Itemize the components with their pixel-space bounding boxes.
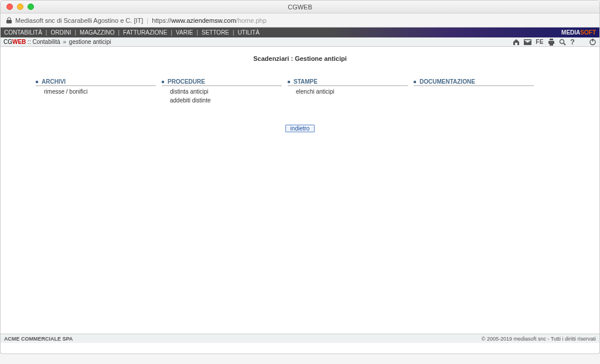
menu-separator: | bbox=[117, 29, 121, 36]
search-icon[interactable] bbox=[559, 39, 566, 46]
column-heading: STAMPE bbox=[288, 78, 408, 86]
content-area: Scadenziari : Gestione anticipi ARCHIVIr… bbox=[1, 47, 599, 334]
column-heading: ARCHIVI bbox=[36, 78, 156, 86]
list-item[interactable]: distinta anticipi bbox=[170, 88, 282, 97]
bullet-icon bbox=[162, 81, 164, 83]
app-menubar: CONTABILITÀ|ORDINI|MAGAZZINO|FATTURAZION… bbox=[1, 28, 599, 37]
browser-window: CGWEB Mediasoft snc di Scarabelli Agosti… bbox=[0, 0, 600, 354]
footer-company: ACME COMMERCIALE SPA bbox=[4, 336, 73, 342]
window-titlebar: CGWEB bbox=[1, 1, 599, 13]
column-items: distinta anticipiaddebiti distinte bbox=[162, 88, 282, 105]
menu-item-settore[interactable]: SETTORE bbox=[202, 29, 229, 36]
mail-icon[interactable] bbox=[524, 39, 531, 45]
column-heading: PROCEDURE bbox=[162, 78, 282, 86]
column-heading-label: STAMPE bbox=[294, 78, 318, 85]
menu-separator: | bbox=[45, 29, 49, 36]
column-heading-label: DOCUMENTAZIONE bbox=[420, 78, 475, 85]
breadcrumb-bar: CGWEB :: Contabilità » gestione anticipi… bbox=[1, 37, 599, 47]
list-item[interactable]: rimesse / bonifici bbox=[44, 88, 156, 97]
menu-item-ordini[interactable]: ORDINI bbox=[50, 29, 71, 36]
menu-separator: | bbox=[73, 29, 77, 36]
column-heading: DOCUMENTAZIONE bbox=[414, 78, 534, 86]
column-archivi: ARCHIVIrimesse / bonifici bbox=[36, 78, 156, 105]
help-icon[interactable]: ? bbox=[570, 37, 575, 46]
menu-item-varie[interactable]: VARIE bbox=[176, 29, 193, 36]
column-documentazione: DOCUMENTAZIONE bbox=[414, 78, 534, 105]
breadcrumb-current: gestione anticipi bbox=[69, 39, 111, 45]
breadcrumb-parent[interactable]: Contabilità bbox=[32, 39, 60, 45]
power-icon[interactable] bbox=[589, 38, 596, 46]
list-item[interactable]: addebiti distinte bbox=[170, 97, 282, 105]
toolbar-icons: FE ? bbox=[513, 37, 596, 46]
column-procedure: PROCEDUREdistinta anticipiaddebiti disti… bbox=[162, 78, 282, 105]
column-stampe: STAMPEelenchi anticipi bbox=[288, 78, 408, 105]
menu-separator: | bbox=[169, 29, 173, 36]
site-identity: Mediasoft snc di Scarabelli Agostino e C… bbox=[15, 17, 143, 24]
footer-copyright: © 2005-2019 mediasoft snc - Tutti i diri… bbox=[482, 336, 596, 342]
menu-item-fatturazione[interactable]: FATTURAZIONE bbox=[123, 29, 167, 36]
menu-item-utilità[interactable]: UTILITÀ bbox=[238, 29, 260, 36]
url: https://www.aziendemsw.com/home.php bbox=[152, 17, 267, 24]
breadcrumb: CGWEB :: Contabilità » gestione anticipi bbox=[4, 39, 111, 45]
bullet-icon bbox=[288, 81, 290, 83]
column-heading-label: ARCHIVI bbox=[42, 78, 66, 85]
section-columns: ARCHIVIrimesse / bonificiPROCEDUREdistin… bbox=[1, 78, 599, 105]
brand-logo: MEDIASOFT bbox=[561, 29, 596, 36]
main-menu: CONTABILITÀ|ORDINI|MAGAZZINO|FATTURAZION… bbox=[4, 29, 260, 36]
footer-bar: ACME COMMERCIALE SPA © 2005-2019 mediaso… bbox=[1, 334, 599, 343]
fe-icon[interactable]: FE bbox=[536, 39, 544, 45]
window-title: CGWEB bbox=[1, 4, 599, 11]
lock-icon bbox=[6, 17, 12, 23]
column-items: elenchi anticipi bbox=[288, 88, 408, 97]
back-button[interactable]: indietro bbox=[285, 125, 315, 132]
column-items: rimesse / bonifici bbox=[36, 88, 156, 97]
address-bar[interactable]: Mediasoft snc di Scarabelli Agostino e C… bbox=[1, 13, 599, 28]
menu-item-magazzino[interactable]: MAGAZZINO bbox=[80, 29, 114, 36]
menu-item-contabilità[interactable]: CONTABILITÀ bbox=[4, 29, 42, 36]
menu-separator: | bbox=[195, 29, 199, 36]
print-icon[interactable] bbox=[548, 39, 555, 46]
list-item[interactable]: elenchi anticipi bbox=[296, 88, 408, 97]
column-heading-label: PROCEDURE bbox=[168, 78, 205, 85]
svg-line-1 bbox=[564, 43, 565, 45]
bullet-icon bbox=[414, 81, 416, 83]
page-title: Scadenziari : Gestione anticipi bbox=[1, 55, 599, 62]
menu-separator: | bbox=[231, 29, 236, 36]
svg-point-0 bbox=[560, 39, 564, 43]
bullet-icon bbox=[36, 81, 38, 83]
home-icon[interactable] bbox=[513, 39, 520, 46]
